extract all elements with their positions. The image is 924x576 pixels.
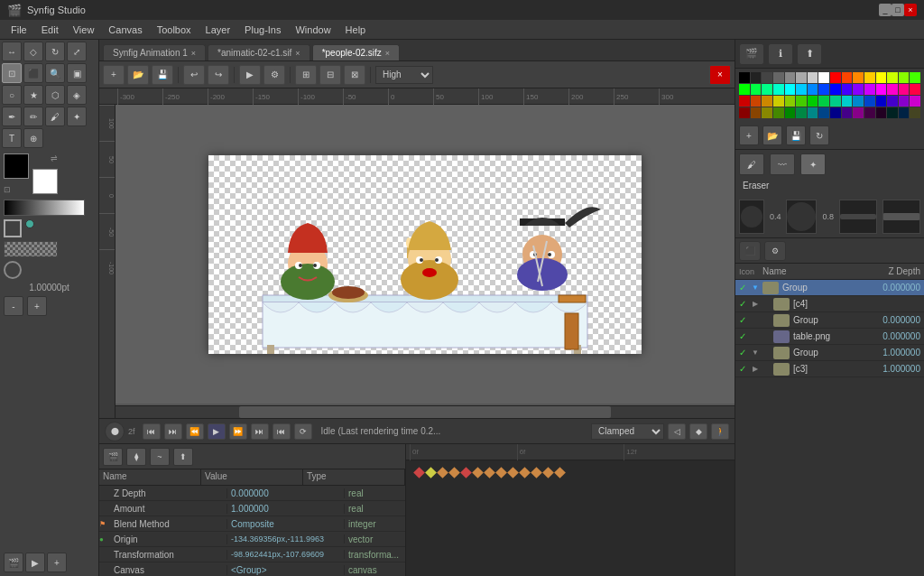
play-btn[interactable]: ▶	[208, 423, 226, 440]
palette-color-31[interactable]	[910, 84, 920, 95]
gradient-bar[interactable]	[4, 200, 85, 216]
prev-frame-btn[interactable]: ⏪	[186, 423, 204, 440]
palette-color-57[interactable]	[842, 107, 853, 118]
undo-btn[interactable]: ↩	[183, 65, 205, 85]
tool-rotate[interactable]: ↻	[45, 42, 65, 61]
tool-eyedrop[interactable]: 🔍	[45, 63, 65, 83]
palette-color-45[interactable]	[887, 96, 898, 107]
palette-color-43[interactable]	[864, 96, 875, 107]
palette-color-10[interactable]	[853, 72, 864, 83]
palette-color-21[interactable]	[796, 84, 807, 95]
brush-preset-3[interactable]	[839, 200, 877, 234]
palette-color-8[interactable]	[830, 72, 841, 83]
blend-value[interactable]: Composite	[227, 519, 345, 529]
palette-color-58[interactable]	[853, 107, 864, 118]
tool-smudge-btn[interactable]: 〰	[770, 153, 795, 175]
tool-zoom[interactable]: ⊕	[23, 128, 43, 148]
new-canvas-btn[interactable]: +	[103, 65, 125, 85]
tool-eraser[interactable]: ✦	[67, 107, 87, 126]
brush-preset-1[interactable]	[739, 200, 764, 234]
layer-check-0[interactable]: ✓	[735, 283, 750, 293]
menu-edit[interactable]: Edit	[34, 23, 66, 37]
palette-color-7[interactable]	[818, 72, 829, 83]
menu-help[interactable]: Help	[338, 23, 374, 37]
tool-feather[interactable]: ◈	[67, 85, 87, 105]
tab-people[interactable]: *people-02.sifz ×	[312, 44, 400, 60]
canvas-viewport[interactable]	[116, 105, 735, 404]
layer-expand-4[interactable]: ▼	[750, 348, 761, 357]
palette-color-15[interactable]	[910, 72, 920, 83]
palette-save-btn[interactable]: 💾	[786, 125, 806, 145]
layer-check-4[interactable]: ✓	[735, 348, 750, 358]
next-frame-btn[interactable]: ⏩	[229, 423, 247, 440]
palette-color-40[interactable]	[830, 96, 841, 107]
prop-blend[interactable]: ⚑ Blend Method Composite integer	[99, 516, 405, 532]
palette-color-46[interactable]	[899, 96, 910, 107]
layer-row-group2[interactable]: ✓ Group 0.000000	[735, 312, 924, 329]
kf-5[interactable]	[495, 467, 507, 478]
tool-fill[interactable]: ⬛	[23, 63, 43, 83]
tool-pencil[interactable]: ✏	[23, 107, 43, 126]
palette-color-63[interactable]	[910, 107, 920, 118]
rtab-render[interactable]: 🎬	[739, 43, 764, 65]
palette-color-19[interactable]	[773, 84, 784, 95]
palette-color-12[interactable]	[876, 72, 887, 83]
layer-check-2[interactable]: ✓	[735, 315, 750, 325]
render-btn2[interactable]: ▶	[239, 65, 261, 85]
palette-color-5[interactable]	[796, 72, 807, 83]
layer-expand-5[interactable]: ▶	[750, 365, 761, 373]
add-canvas-btn[interactable]: +	[47, 553, 67, 572]
menu-file[interactable]: File	[4, 23, 34, 37]
last-frame-btn[interactable]: ⏮	[273, 423, 291, 440]
zdepth-value[interactable]: 0.000000	[227, 488, 345, 498]
menu-window[interactable]: Window	[288, 23, 337, 37]
prop-amount[interactable]: Amount 1.000000 real	[99, 501, 405, 516]
palette-color-17[interactable]	[751, 84, 762, 95]
reset-colors-btn[interactable]: ⊡	[4, 185, 11, 194]
loop-mode-btn[interactable]: ◁	[668, 423, 686, 440]
tab-animation1-close[interactable]: ×	[191, 49, 196, 58]
prop-canvas[interactable]: Canvas <Group> canvas	[99, 562, 405, 576]
kf-red-1[interactable]	[413, 467, 425, 478]
palette-color-42[interactable]	[853, 96, 864, 107]
palette-color-51[interactable]	[773, 107, 784, 118]
kf-8[interactable]	[531, 467, 542, 478]
path-btn[interactable]: ~	[150, 448, 170, 466]
hscroll-thumb[interactable]	[239, 406, 611, 418]
palette-color-60[interactable]	[876, 107, 887, 118]
palette-add-btn[interactable]: +	[739, 125, 759, 145]
kf-2[interactable]	[448, 467, 460, 478]
layer-row-group1[interactable]: ✓ ▼ Group 0.000000	[735, 280, 924, 296]
export-btn[interactable]: ⬆	[173, 448, 193, 466]
palette-color-0[interactable]	[739, 72, 750, 83]
tab-animatic[interactable]: *animatic-02-c1.sif ×	[208, 44, 310, 60]
palette-color-11[interactable]	[864, 72, 875, 83]
next-keyframe-btn[interactable]: ⏭	[251, 423, 269, 440]
close-canvas-btn[interactable]: ×	[709, 65, 731, 85]
tool-pen[interactable]: ✒	[2, 107, 22, 126]
brush-preset-4[interactable]	[882, 200, 920, 234]
palette-color-32[interactable]	[739, 96, 750, 107]
origin-value[interactable]: -134.369356px,-111.9963	[227, 534, 345, 543]
palette-color-6[interactable]	[808, 72, 818, 83]
tool-text[interactable]: T	[2, 128, 22, 148]
palette-color-34[interactable]	[762, 96, 772, 107]
palette-color-48[interactable]	[739, 107, 750, 118]
tool-transform[interactable]: ↔	[2, 42, 22, 61]
palette-color-4[interactable]	[785, 72, 796, 83]
outline-style-box[interactable]	[4, 219, 22, 237]
tab-animatic-close[interactable]: ×	[295, 49, 300, 58]
palette-color-35[interactable]	[773, 96, 784, 107]
rtab-info[interactable]: ℹ	[768, 43, 793, 65]
tab-people-close[interactable]: ×	[385, 49, 390, 58]
kf-1[interactable]	[437, 467, 448, 478]
kf-9[interactable]	[542, 467, 554, 478]
kf-3[interactable]	[472, 467, 484, 478]
snap-btn[interactable]: ⊠	[344, 65, 365, 85]
canvas-value[interactable]: <Group>	[227, 565, 345, 575]
menu-toolbox[interactable]: Toolbox	[150, 23, 199, 37]
palette-color-47[interactable]	[910, 96, 920, 107]
kf-red-2[interactable]	[460, 467, 472, 478]
palette-color-44[interactable]	[876, 96, 887, 107]
transform-value[interactable]: -98.962441px,-107.69609	[227, 550, 345, 559]
